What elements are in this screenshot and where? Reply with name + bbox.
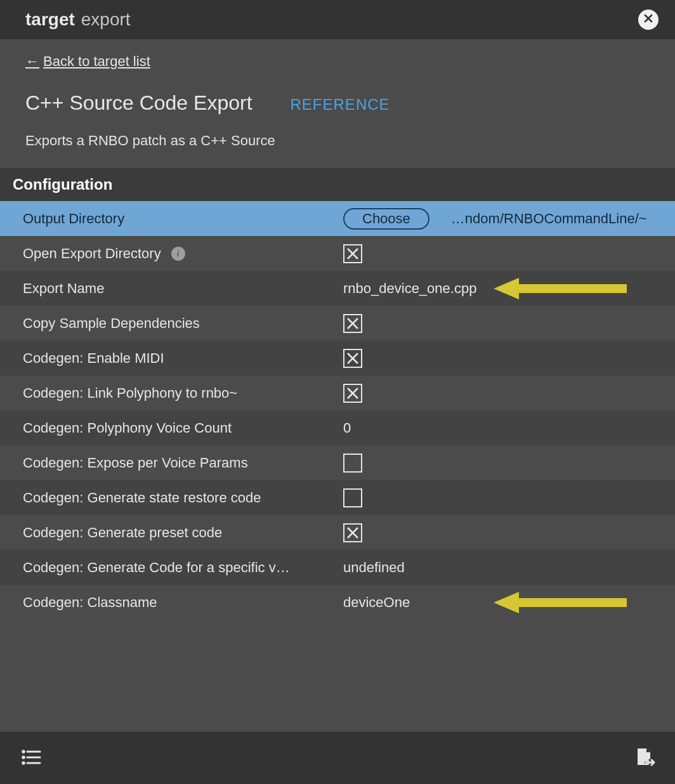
row-codegen-polyphony-voice-count[interactable]: Codegen: Polyphony Voice Count 0 xyxy=(0,410,675,445)
arrow-left-icon: ← xyxy=(25,53,39,70)
label-codegen-link-polyphony: Codegen: Link Polyphony to rnbo~ xyxy=(23,385,237,402)
checkbox-generate-state-restore[interactable] xyxy=(343,488,362,507)
row-codegen-link-polyphony[interactable]: Codegen: Link Polyphony to rnbo~ xyxy=(0,376,675,410)
checkbox-open-export-directory[interactable] xyxy=(343,244,362,263)
svg-point-6 xyxy=(23,762,24,763)
svg-point-4 xyxy=(23,756,24,757)
close-button[interactable] xyxy=(638,10,659,30)
value-codegen-classname[interactable]: deviceOne xyxy=(343,594,410,611)
list-icon xyxy=(20,746,43,771)
checkbox-enable-midi[interactable] xyxy=(343,349,362,368)
label-open-export-directory: Open Export Directory xyxy=(23,245,161,262)
bottombar xyxy=(0,732,675,784)
output-directory-path: …ndom/RNBOCommandLine/~ xyxy=(451,211,647,227)
value-generate-specific-version[interactable]: undefined xyxy=(343,559,405,576)
titlebar: target export xyxy=(0,0,675,39)
reference-link[interactable]: REFERENCE xyxy=(291,96,390,114)
back-link-text: Back to target list xyxy=(43,53,150,70)
label-polyphony-voice-count: Codegen: Polyphony Voice Count xyxy=(23,420,232,436)
svg-point-2 xyxy=(23,750,24,752)
checkbox-expose-per-voice-params[interactable] xyxy=(343,454,362,473)
checkbox-copy-sample-dependencies[interactable] xyxy=(343,314,362,333)
close-icon xyxy=(643,13,653,26)
row-codegen-classname[interactable]: Codegen: Classname deviceOne xyxy=(0,585,675,620)
row-open-export-directory[interactable]: Open Export Directory i xyxy=(0,236,675,271)
titlebar-app-name: target xyxy=(25,10,75,30)
configuration-list: Output Directory Choose …ndom/RNBOComman… xyxy=(0,201,675,620)
export-button[interactable] xyxy=(631,745,657,772)
checkbox-link-polyphony[interactable] xyxy=(343,384,362,403)
row-export-name[interactable]: Export Name rnbo_device_one.cpp xyxy=(0,271,675,306)
row-codegen-expose-per-voice-params[interactable]: Codegen: Expose per Voice Params xyxy=(0,445,675,480)
value-export-name[interactable]: rnbo_device_one.cpp xyxy=(343,280,476,297)
header-block: ← Back to target list C++ Source Code Ex… xyxy=(0,39,675,168)
label-generate-preset-code: Codegen: Generate preset code xyxy=(23,525,222,541)
label-codegen-classname: Codegen: Classname xyxy=(23,594,157,611)
value-polyphony-voice-count[interactable]: 0 xyxy=(343,420,351,436)
row-codegen-generate-preset-code[interactable]: Codegen: Generate preset code xyxy=(0,515,675,550)
label-generate-specific-version: Codegen: Generate Code for a specific v… xyxy=(23,559,290,576)
row-codegen-generate-state-restore[interactable]: Codegen: Generate state restore code xyxy=(0,480,675,515)
titlebar-subtitle: export xyxy=(81,10,131,30)
label-copy-sample-dependencies: Copy Sample Dependencies xyxy=(23,315,200,332)
configuration-heading: Configuration xyxy=(0,168,675,201)
row-output-directory[interactable]: Output Directory Choose …ndom/RNBOComman… xyxy=(0,201,675,236)
label-export-name: Export Name xyxy=(23,280,104,297)
label-codegen-enable-midi: Codegen: Enable MIDI xyxy=(23,350,164,367)
choose-button[interactable]: Choose xyxy=(343,208,429,230)
back-to-target-list-link[interactable]: ← Back to target list xyxy=(25,53,150,70)
row-codegen-enable-midi[interactable]: Codegen: Enable MIDI xyxy=(0,341,675,376)
page-description: Exports a RNBO patch as a C++ Source xyxy=(25,133,650,149)
label-expose-per-voice-params: Codegen: Expose per Voice Params xyxy=(23,455,248,471)
label-output-directory: Output Directory xyxy=(23,211,124,227)
checkbox-generate-preset-code[interactable] xyxy=(343,523,362,542)
row-codegen-generate-specific-version[interactable]: Codegen: Generate Code for a specific v…… xyxy=(0,550,675,585)
file-export-icon xyxy=(632,746,655,771)
list-view-button[interactable] xyxy=(18,745,44,772)
info-icon[interactable]: i xyxy=(171,247,185,261)
row-copy-sample-dependencies[interactable]: Copy Sample Dependencies xyxy=(0,306,675,341)
label-generate-state-restore: Codegen: Generate state restore code xyxy=(23,490,261,506)
page-title: C++ Source Code Export xyxy=(25,91,252,115)
